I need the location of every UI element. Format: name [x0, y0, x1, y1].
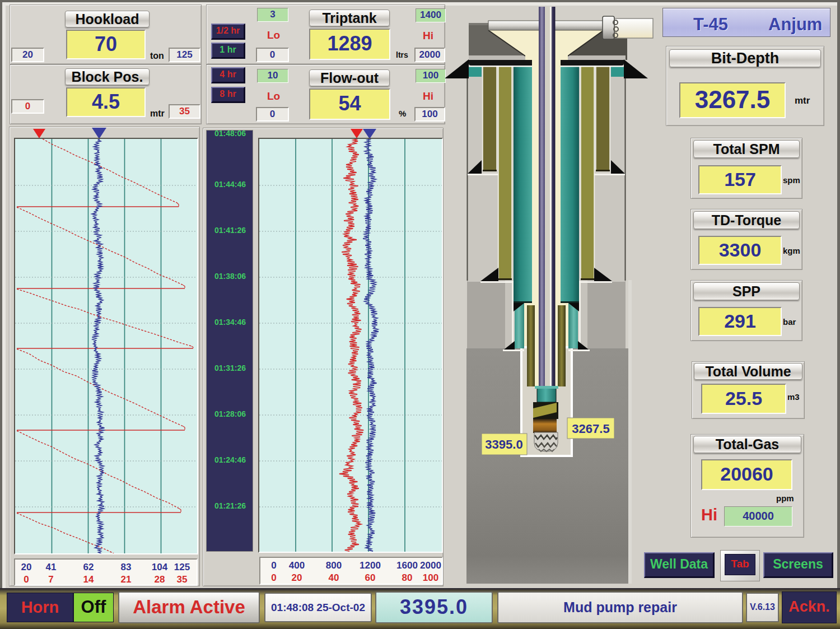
svg-text:3267.5: 3267.5	[572, 422, 609, 436]
svg-text:3395.0: 3395.0	[485, 437, 522, 451]
